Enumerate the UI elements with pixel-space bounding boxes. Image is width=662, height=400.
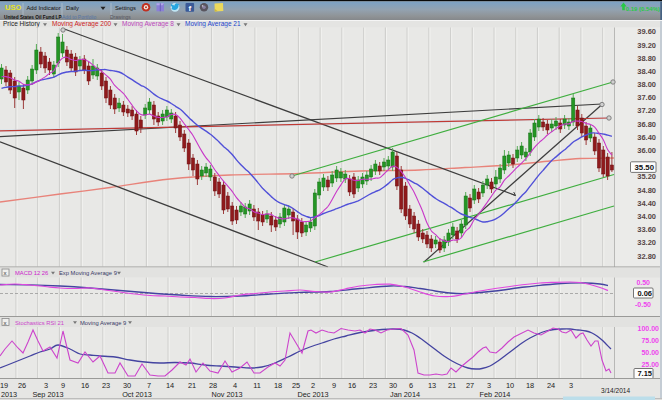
svg-text:23: 23	[369, 381, 377, 390]
svg-text:Moving Average 8: Moving Average 8	[122, 20, 174, 28]
svg-text:Nov 2013: Nov 2013	[211, 390, 242, 399]
svg-text:16: 16	[81, 381, 89, 390]
svg-text:Drawings: Drawings	[110, 14, 131, 20]
svg-text:Moving Average 21: Moving Average 21	[185, 20, 241, 28]
svg-text:14: 14	[166, 381, 174, 390]
svg-text:Add Indicator: Add Indicator	[27, 5, 61, 11]
svg-text:37.60: 37.60	[637, 93, 656, 102]
svg-text:50.00: 50.00	[641, 349, 659, 356]
svg-text:0.50: 0.50	[636, 279, 650, 286]
svg-text:Moving Average 200: Moving Average 200	[52, 20, 112, 28]
svg-text:9: 9	[332, 381, 336, 390]
svg-text:24: 24	[547, 381, 555, 390]
svg-text:34.80: 34.80	[637, 186, 656, 195]
svg-text:3: 3	[569, 381, 573, 390]
svg-text:Exp Moving Average 9: Exp Moving Average 9	[59, 270, 117, 276]
svg-text:38.40: 38.40	[637, 67, 656, 76]
svg-text:39.60: 39.60	[637, 27, 656, 36]
svg-text:Sep 2013: Sep 2013	[32, 390, 63, 399]
svg-text:Moving Average 9: Moving Average 9	[80, 320, 126, 326]
svg-text:Price History: Price History	[3, 20, 41, 28]
svg-text:11: 11	[253, 381, 261, 390]
svg-text:100.00: 100.00	[638, 325, 660, 332]
svg-text:38.80: 38.80	[637, 54, 656, 63]
svg-text:33.60: 33.60	[637, 225, 656, 234]
svg-text:35.50: 35.50	[634, 163, 654, 172]
svg-text:0.06: 0.06	[637, 289, 652, 298]
svg-text:36.40: 36.40	[637, 133, 656, 142]
svg-text:36.80: 36.80	[637, 120, 656, 129]
svg-text:27: 27	[466, 381, 474, 390]
svg-text:Oct 2013: Oct 2013	[122, 390, 152, 399]
svg-text:2013: 2013	[1, 390, 17, 399]
svg-text:Stochastics RSI 21: Stochastics RSI 21	[15, 320, 64, 326]
svg-text:21: 21	[448, 381, 456, 390]
svg-text:26: 26	[18, 381, 26, 390]
svg-text:21: 21	[188, 381, 196, 390]
svg-text:Settings: Settings	[115, 5, 136, 11]
svg-text:23: 23	[102, 381, 110, 390]
svg-text:7.15: 7.15	[637, 369, 652, 378]
svg-text:25.00: 25.00	[641, 361, 659, 368]
svg-text:16: 16	[348, 381, 356, 390]
svg-text:3/14/2014: 3/14/2014	[601, 387, 630, 394]
svg-text:38.00: 38.00	[637, 80, 656, 89]
svg-text:34.00: 34.00	[637, 212, 656, 221]
svg-text:x: x	[3, 270, 6, 276]
svg-text:0.19 (0.54%): 0.19 (0.54%)	[626, 6, 660, 12]
svg-text:18: 18	[274, 381, 282, 390]
svg-text:75.00: 75.00	[641, 337, 659, 344]
svg-text:32.80: 32.80	[637, 252, 656, 261]
svg-text:34.40: 34.40	[637, 199, 656, 208]
svg-text:Dec 2013: Dec 2013	[297, 390, 328, 399]
svg-text:36.00: 36.00	[637, 146, 656, 155]
svg-text:MACD 12 26: MACD 12 26	[15, 270, 48, 276]
svg-text:Daily: Daily	[66, 5, 79, 11]
svg-text:39.20: 39.20	[637, 41, 656, 50]
svg-text:x: x	[3, 320, 6, 326]
svg-text:USO: USO	[5, 3, 21, 12]
svg-text:f: f	[189, 4, 192, 13]
svg-text:18: 18	[526, 381, 534, 390]
svg-text:33.20: 33.20	[637, 238, 656, 247]
svg-text:35.20: 35.20	[637, 172, 656, 181]
svg-text:13: 13	[428, 381, 436, 390]
svg-text:37.20: 37.20	[637, 106, 656, 115]
svg-text:-0.50: -0.50	[635, 301, 651, 308]
svg-text:Add to Portfolio: Add to Portfolio	[62, 14, 96, 20]
